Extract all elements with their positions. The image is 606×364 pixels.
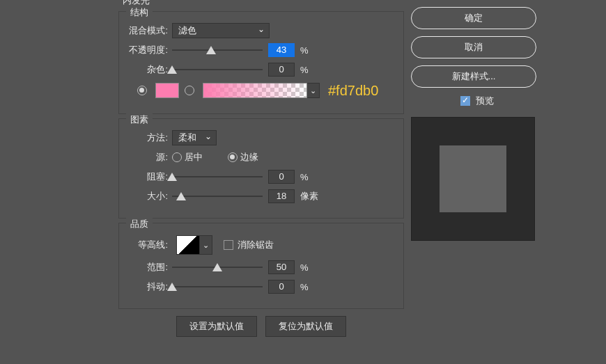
- new-style-button[interactable]: 新建样式...: [411, 65, 536, 88]
- method-value: 柔和: [178, 132, 196, 144]
- noise-unit: %: [300, 65, 309, 75]
- cancel-button[interactable]: 取消: [411, 36, 536, 58]
- size-slider[interactable]: [172, 189, 263, 203]
- noise-label: 杂色:: [129, 63, 172, 76]
- size-label: 大小:: [129, 190, 172, 203]
- size-unit: 像素: [300, 190, 318, 203]
- jitter-unit: %: [300, 282, 309, 292]
- choke-unit: %: [300, 172, 309, 182]
- method-label: 方法:: [129, 132, 172, 144]
- method-select[interactable]: 柔和: [172, 130, 217, 145]
- gradient-picker[interactable]: [203, 83, 307, 98]
- jitter-label: 抖动:: [129, 280, 172, 293]
- source-label: 源:: [129, 151, 172, 164]
- opacity-unit: %: [300, 45, 309, 56]
- ok-button[interactable]: 确定: [411, 7, 536, 29]
- range-label: 范围:: [129, 261, 172, 274]
- contour-label: 等高线:: [129, 239, 172, 251]
- opacity-label: 不透明度:: [129, 44, 172, 56]
- section-structure: 结构 混合模式: 滤色 不透明度: 43 % 杂色: 0 %: [118, 11, 404, 114]
- antialias-checkbox[interactable]: [224, 240, 233, 250]
- blend-mode-value: 滤色: [178, 24, 196, 37]
- preview-thumbnail: [411, 117, 535, 241]
- choke-slider[interactable]: [172, 170, 263, 184]
- gradient-dropdown[interactable]: ⌄: [307, 83, 320, 98]
- section-elements: 图素 方法: 柔和 源: 居中 边缘 阻塞: 0 % 大小:: [118, 118, 404, 219]
- blend-mode-label: 混合模式:: [129, 24, 172, 37]
- opacity-slider[interactable]: [172, 43, 263, 57]
- range-slider[interactable]: [172, 260, 263, 274]
- noise-input[interactable]: 0: [268, 63, 295, 77]
- section-quality: 品质 等高线: ⌄ 消除锯齿 范围: 50 % 抖动: 0 %: [118, 223, 404, 309]
- color-solid-radio[interactable]: [137, 86, 147, 95]
- set-default-button[interactable]: 设置为默认值: [176, 316, 257, 337]
- source-edge-label: 边缘: [240, 151, 258, 164]
- range-input[interactable]: 50: [268, 260, 295, 274]
- jitter-slider[interactable]: [172, 280, 263, 294]
- preview-label: 预览: [476, 95, 494, 107]
- reset-default-button[interactable]: 复位为默认值: [265, 316, 346, 337]
- color-hex-label: #fd7db0: [328, 83, 378, 99]
- contour-picker[interactable]: [176, 235, 200, 255]
- jitter-input[interactable]: 0: [268, 280, 295, 294]
- section-quality-title: 品质: [126, 218, 153, 230]
- preview-checkbox[interactable]: [460, 96, 470, 106]
- preview-inner: [440, 145, 506, 212]
- noise-slider[interactable]: [172, 63, 263, 77]
- choke-label: 阻塞:: [129, 171, 172, 183]
- size-input[interactable]: 18: [268, 189, 295, 203]
- contour-dropdown[interactable]: ⌄: [200, 235, 212, 255]
- blend-mode-select[interactable]: 滤色: [172, 23, 270, 38]
- antialias-label: 消除锯齿: [238, 239, 274, 251]
- source-center-radio[interactable]: [172, 152, 182, 162]
- choke-input[interactable]: 0: [268, 170, 295, 184]
- color-swatch[interactable]: [155, 83, 179, 98]
- range-unit: %: [300, 262, 309, 273]
- source-center-label: 居中: [185, 151, 203, 164]
- opacity-input[interactable]: 43: [268, 43, 295, 57]
- section-elements-title: 图素: [126, 113, 153, 126]
- color-gradient-radio[interactable]: [185, 86, 194, 95]
- source-edge-radio[interactable]: [228, 152, 238, 162]
- section-structure-title: 结构: [126, 6, 153, 19]
